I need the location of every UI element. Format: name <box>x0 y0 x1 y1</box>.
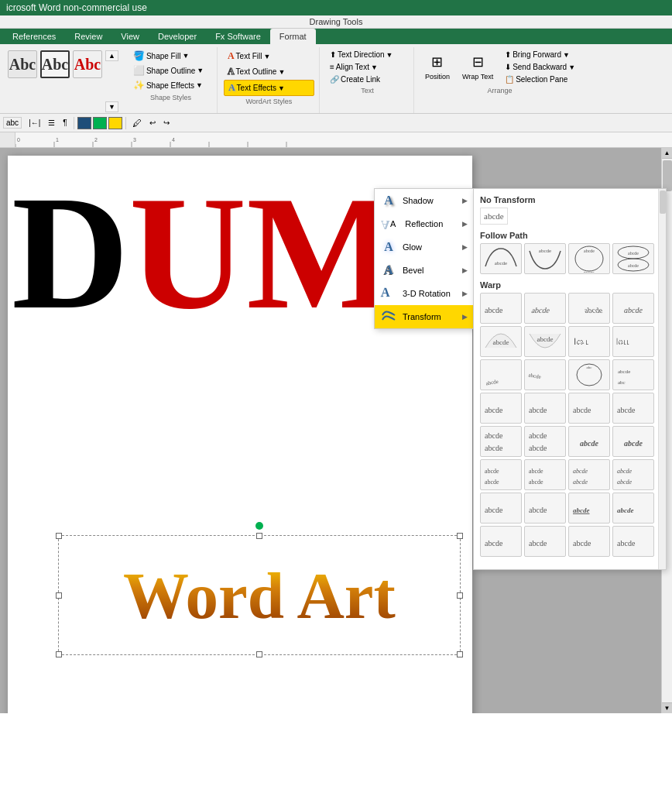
transform-arc-up[interactable]: abcde <box>480 243 522 274</box>
warp-item-1-1[interactable]: abcde <box>480 293 522 324</box>
wrap-text-button[interactable]: ⊟ Wrap Text <box>458 49 498 83</box>
handle-tr[interactable] <box>457 533 463 539</box>
handle-bm[interactable] <box>256 651 262 657</box>
transform-arc-down[interactable]: abcde <box>524 243 566 274</box>
shape-outline-button[interactable]: ⬜ Shape Outline ▼ <box>129 64 212 77</box>
warp-item-4-4[interactable]: abcde <box>612 393 654 424</box>
warp-item-8-3[interactable]: abcde <box>568 526 610 557</box>
warp-item-4-3[interactable]: abcde <box>568 393 610 424</box>
shape-fill-button[interactable]: 🪣 Shape Fill ▼ <box>129 49 212 63</box>
send-backward-arrow[interactable]: ▼ <box>568 64 575 71</box>
tab-review[interactable]: Review <box>65 29 111 44</box>
warp-item-8-2[interactable]: abcde <box>524 526 566 557</box>
transform-menu-item[interactable]: Transform ▶ <box>375 305 474 328</box>
tab-view[interactable]: View <box>111 29 149 44</box>
text-fill-arrow[interactable]: ▼ <box>264 53 271 60</box>
toolbar-btn-1[interactable]: |←| <box>26 117 43 129</box>
shape-effects-arrow[interactable]: ▼ <box>196 81 203 89</box>
warp-item-3-3[interactable]: abc <box>568 359 610 390</box>
shadow-menu-item[interactable]: A Shadow ▶ <box>375 189 474 212</box>
warp-item-2-4[interactable]: ꟾ꩓꜖꜖ <box>612 326 654 357</box>
bring-forward-button[interactable]: ⬆ Bring Forward ▼ <box>501 49 579 60</box>
scroll-down-btn[interactable]: ▼ <box>662 702 673 713</box>
transform-button[interactable]: abcde abcde <box>612 243 654 274</box>
text-outline-arrow[interactable]: ▼ <box>278 68 285 76</box>
tab-references[interactable]: References <box>3 29 65 44</box>
wordart-style-1[interactable]: Abc <box>8 50 37 78</box>
align-text-arrow[interactable]: ▼ <box>371 64 378 71</box>
handle-mr[interactable] <box>457 592 463 599</box>
3d-rotation-menu-item[interactable]: A 3-D Rotation ▶ <box>375 282 474 305</box>
warp-item-3-2[interactable]: abcde <box>524 359 566 390</box>
warp-item-1-4[interactable]: abcde <box>612 293 654 324</box>
toolbar-color-2[interactable] <box>93 117 107 129</box>
wordart-up-arrow[interactable]: ▲ <box>105 50 118 61</box>
rotation-handle[interactable] <box>255 522 263 530</box>
wordart-style-2[interactable]: Abc <box>40 50 70 78</box>
warp-item-7-1[interactable]: abcde <box>480 493 522 524</box>
warp-item-8-1[interactable]: abcde <box>480 526 522 557</box>
warp-item-3-1[interactable]: abcde <box>480 359 522 390</box>
align-text-button[interactable]: ≡ Align Text ▼ <box>326 61 409 73</box>
toolbar-color-3[interactable] <box>108 117 122 129</box>
toolbar-btn-2[interactable]: ☰ <box>45 117 58 129</box>
transform-circle[interactable]: abcde abcde <box>568 243 610 274</box>
warp-item-2-1[interactable]: abcde <box>480 326 522 357</box>
warp-item-6-1[interactable]: abcde abcde <box>480 459 522 490</box>
warp-item-7-4[interactable]: abcde <box>612 493 654 524</box>
bring-forward-arrow[interactable]: ▼ <box>563 51 570 59</box>
warp-item-6-2[interactable]: abcde abcde <box>524 459 566 490</box>
text-outline-button[interactable]: A Text Outline ▼ <box>224 64 314 79</box>
reflection-menu-item[interactable]: A A Reflection ▶ <box>375 212 474 235</box>
position-button[interactable]: ⊞ Position <box>420 49 454 83</box>
warp-item-2-3[interactable]: ꟾ꩓꜖ <box>568 326 610 357</box>
no-transform-box[interactable]: abcde <box>480 208 508 225</box>
text-fill-button[interactable]: A Text Fill ▼ <box>224 49 314 64</box>
scroll-thumb[interactable] <box>663 160 672 191</box>
scroll-up-btn[interactable]: ▲ <box>662 148 673 159</box>
transform-panel-scrollbar[interactable] <box>658 189 666 569</box>
handle-ml[interactable] <box>56 592 62 599</box>
handle-tm[interactable] <box>256 533 262 539</box>
wordart-selection-box[interactable]: Word Art <box>58 535 461 655</box>
wordart-down-arrow[interactable]: ▼ <box>105 101 118 112</box>
warp-item-7-2[interactable]: abcde <box>524 493 566 524</box>
handle-bl[interactable] <box>56 651 62 657</box>
shape-effects-button[interactable]: ✨ Shape Effects ▼ <box>129 78 212 92</box>
warp-item-6-3[interactable]: abcde abcde <box>568 459 610 490</box>
tab-format[interactable]: Format <box>270 29 316 44</box>
glow-menu-item[interactable]: A Glow ▶ <box>375 235 474 259</box>
text-direction-button[interactable]: ⬆ Text Direction ▼ <box>326 49 409 60</box>
transform-scroll-thumb[interactable] <box>660 191 666 214</box>
toolbar-highlight-btn[interactable]: 🖊 <box>129 116 145 130</box>
send-backward-button[interactable]: ⬇ Send Backward ▼ <box>501 61 579 73</box>
warp-item-5-4[interactable]: abcde <box>612 426 654 457</box>
create-link-button[interactable]: 🔗 Create Link <box>326 74 409 85</box>
no-transform-sample[interactable]: abcde <box>480 208 649 225</box>
wordart-style-3[interactable]: Abc <box>73 50 102 78</box>
warp-item-7-3[interactable]: abcde <box>568 493 610 524</box>
handle-tl[interactable] <box>56 533 62 539</box>
warp-item-2-2[interactable]: abcde <box>524 326 566 357</box>
toolbar-redo-btn[interactable]: ↪ <box>160 117 173 129</box>
warp-item-5-2[interactable]: abcde abcde <box>524 426 566 457</box>
tab-fx-software[interactable]: Fx Software <box>206 29 270 44</box>
toolbar-color-1[interactable] <box>77 117 91 129</box>
shape-fill-arrow[interactable]: ▼ <box>182 52 189 60</box>
warp-item-3-4[interactable]: abcde abc <box>612 359 654 390</box>
selection-pane-button[interactable]: 📋 Selection Pane <box>501 74 579 85</box>
warp-item-5-3[interactable]: abcde <box>568 426 610 457</box>
warp-item-8-4[interactable]: abcde <box>612 526 654 557</box>
warp-item-4-2[interactable]: abcde <box>524 393 566 424</box>
warp-item-5-1[interactable]: abcde abcde <box>480 426 522 457</box>
text-effects-button[interactable]: A Text Effects ▼ <box>224 80 314 96</box>
warp-item-1-2[interactable]: abcde <box>524 293 566 324</box>
shape-outline-arrow[interactable]: ▼ <box>197 67 204 74</box>
warp-item-1-3[interactable]: abcde <box>568 293 610 324</box>
toolbar-btn-3[interactable]: ¶ <box>60 117 70 129</box>
warp-item-4-1[interactable]: abcde <box>480 393 522 424</box>
text-direction-arrow[interactable]: ▼ <box>386 51 393 59</box>
toolbar-undo-btn[interactable]: ↩ <box>146 117 159 129</box>
tab-developer[interactable]: Developer <box>149 29 206 44</box>
handle-br[interactable] <box>457 651 463 657</box>
